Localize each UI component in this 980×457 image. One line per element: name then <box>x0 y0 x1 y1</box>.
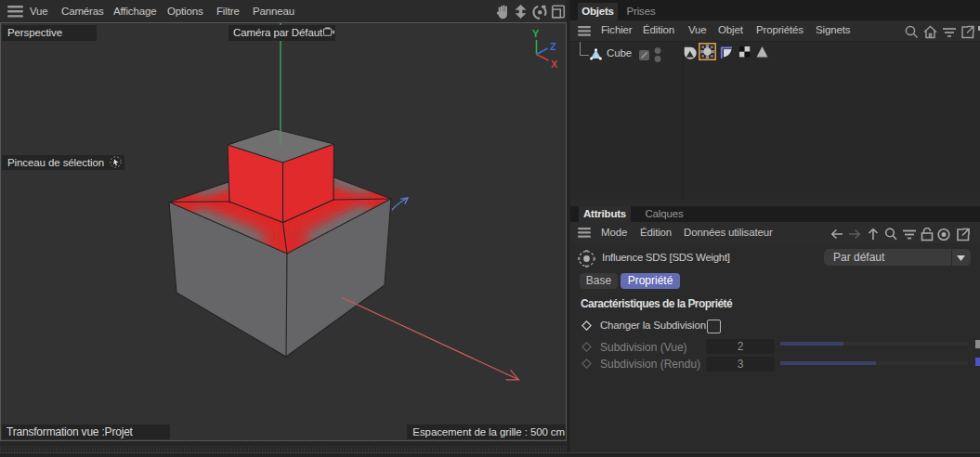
svg-text:Z: Z <box>550 41 556 52</box>
svg-text:X: X <box>551 59 558 70</box>
svg-text:Y: Y <box>532 28 540 39</box>
